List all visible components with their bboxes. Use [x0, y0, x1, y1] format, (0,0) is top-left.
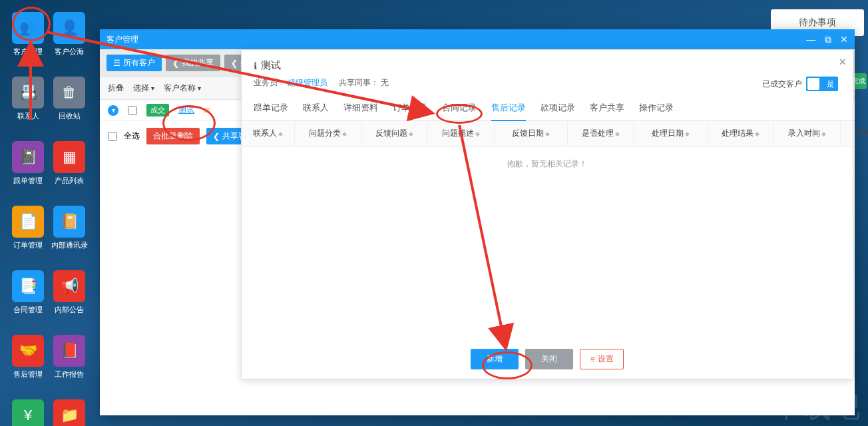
- desktop-icon-directory[interactable]: 📔内部通讯录: [53, 206, 85, 250]
- desktop-icon-contracts[interactable]: 📑合同管理: [12, 270, 44, 315]
- desktop-icon-announce[interactable]: 📢内部公告: [53, 270, 85, 315]
- watermark: 下载吧: [773, 389, 861, 426]
- window-titlebar: 客户管理 — ⧉ ✕: [100, 29, 855, 49]
- minimize-button[interactable]: —: [806, 34, 815, 45]
- all-customers-button[interactable]: ☰ 所有客户: [107, 55, 162, 71]
- desktop-icon-label: 订单管理: [13, 240, 43, 250]
- window-title: 客户管理: [107, 34, 138, 45]
- empty-message: 抱歉，暂无相关记录！: [242, 146, 853, 182]
- detail-close-button[interactable]: ×: [839, 55, 846, 69]
- settings-button[interactable]: ≡ 设置: [580, 349, 623, 369]
- desktop-icon-label: 客户公海: [55, 47, 84, 57]
- collapse-header[interactable]: 折叠: [108, 83, 124, 94]
- col-header[interactable]: 处理日期: [634, 121, 708, 146]
- status-badge: 成交: [146, 104, 169, 116]
- col-header[interactable]: 问题描述: [428, 121, 495, 146]
- desktop-icon-recycle-bin[interactable]: 🗑回收站: [53, 77, 85, 121]
- customer-pool-icon: 👤: [53, 12, 85, 44]
- desktop-icon-customer-manage[interactable]: 👥客户管理: [12, 12, 44, 57]
- followup-icon: 📓: [12, 141, 44, 173]
- tab-8[interactable]: 操作记录: [639, 102, 674, 120]
- detail-table-header: 联系人问题分类反馈问题问题描述反馈日期是否处理处理日期处理结果录入时间业务员管理: [242, 121, 853, 146]
- contracts-icon: 📑: [12, 270, 44, 302]
- todo-title: 待办事项: [799, 17, 836, 29]
- col-header[interactable]: 处理结果: [708, 121, 774, 146]
- desktop-icon-label: 回收站: [59, 111, 81, 121]
- list-icon: ☰: [113, 59, 120, 68]
- deal-toggle-label: 已成交客户: [762, 79, 802, 90]
- orders-icon: 📄: [12, 206, 44, 238]
- col-header[interactable]: 问题分类: [295, 121, 361, 146]
- tab-4[interactable]: 合同记录: [442, 102, 477, 120]
- share-icon: ❮: [231, 59, 238, 68]
- settings-icon: ≡: [590, 355, 594, 364]
- desktop-icon-label: 内部公告: [55, 305, 84, 315]
- products-icon: ▦: [53, 141, 85, 173]
- tab-3[interactable]: 订单记录: [393, 102, 427, 120]
- desktop-icon-orders[interactable]: 📄订单管理: [12, 206, 44, 250]
- close-button[interactable]: ✕: [840, 34, 848, 45]
- detail-title: 测试: [261, 59, 281, 72]
- desktop-icon-label: 内部通讯录: [51, 240, 88, 250]
- customer-name-link[interactable]: 测试: [178, 105, 194, 116]
- files-icon: 📁: [53, 399, 85, 426]
- batch-delete-button[interactable]: 合批量删除: [146, 128, 200, 144]
- close-panel-button[interactable]: 关闭: [525, 349, 573, 369]
- detail-footer: 新增 关闭 ≡ 设置: [242, 339, 853, 379]
- detail-header: ℹ 测试 业务员： 超级管理员 共享同事： 无 已成交客户 是: [242, 50, 853, 93]
- desktop-icon-aftersale[interactable]: 🤝售后管理: [12, 335, 44, 379]
- deal-toggle[interactable]: 是: [806, 77, 838, 91]
- desktop-icon-followup[interactable]: 📓跟单管理: [12, 141, 44, 186]
- desktop-icon-label: 跟单管理: [13, 176, 43, 186]
- mail-icon[interactable]: ✉: [204, 106, 210, 115]
- col-header[interactable]: 是否处理: [568, 121, 634, 146]
- my-share-button[interactable]: ❮ 我的共享: [166, 55, 220, 71]
- salesman-value[interactable]: 超级管理员: [288, 78, 327, 87]
- tab-5[interactable]: 售后记录: [491, 102, 526, 120]
- contacts-icon: 📇: [12, 77, 44, 108]
- aftersale-icon: 🤝: [12, 335, 44, 367]
- desktop-icon-label: 售后管理: [13, 369, 43, 379]
- desktop-icon-grid: 👥客户管理👤客户公海📇联系人🗑回收站📓跟单管理▦产品列表📄订单管理📔内部通讯录📑…: [12, 12, 85, 426]
- name-header[interactable]: 客户名称: [164, 83, 201, 94]
- reports-icon: 📕: [53, 335, 85, 367]
- desktop-icon-label: 产品列表: [55, 176, 84, 186]
- col-header[interactable]: 业务员: [841, 121, 868, 146]
- announce-icon: 📢: [53, 270, 85, 302]
- select-all-label: 全选: [124, 130, 140, 142]
- tab-1[interactable]: 联系人: [303, 102, 329, 120]
- window-controls: — ⧉ ✕: [799, 34, 848, 45]
- desktop-icon-finance[interactable]: ¥财务管理: [12, 399, 44, 426]
- desktop-icon-label: 合同管理: [13, 305, 43, 315]
- select-header[interactable]: 选择: [133, 83, 154, 94]
- finance-icon: ¥: [12, 399, 44, 426]
- col-header[interactable]: 反馈问题: [361, 121, 428, 146]
- row-checkbox[interactable]: [128, 106, 137, 115]
- maximize-button[interactable]: ⧉: [825, 34, 831, 45]
- select-all-checkbox[interactable]: [108, 132, 117, 141]
- desktop-icon-label: 联系人: [17, 111, 39, 121]
- col-header[interactable]: 反馈日期: [495, 121, 568, 146]
- tab-0[interactable]: 跟单记录: [254, 102, 288, 120]
- add-button[interactable]: 新增: [471, 349, 519, 369]
- salesman-label: 业务员：: [254, 78, 286, 87]
- desktop-icon-reports[interactable]: 📕工作报告: [53, 335, 85, 379]
- recycle-bin-icon: 🗑: [53, 77, 85, 108]
- collapse-toggle[interactable]: ▾: [108, 105, 118, 116]
- desktop-icon-label: 工作报告: [55, 369, 84, 379]
- col-header[interactable]: 联系人: [242, 121, 295, 146]
- customer-detail-panel: × ℹ 测试 业务员： 超级管理员 共享同事： 无 已成交客户 是 跟单记录联系…: [241, 49, 853, 379]
- detail-tabs: 跟单记录联系人详细资料订单记录合同记录售后记录款项记录客户共享操作记录: [242, 93, 853, 121]
- tab-6[interactable]: 款项记录: [541, 102, 575, 120]
- desktop-icon-customer-pool[interactable]: 👤客户公海: [53, 12, 85, 57]
- tab-2[interactable]: 详细资料: [343, 102, 378, 120]
- desktop-icon-files[interactable]: 📁文件管理: [53, 399, 85, 426]
- info-icon: ℹ: [254, 61, 257, 71]
- desktop-icon-label: 客户管理: [13, 47, 43, 57]
- tab-7[interactable]: 客户共享: [590, 102, 624, 120]
- share-colleague-value: 无: [381, 78, 389, 87]
- desktop-icon-products[interactable]: ▦产品列表: [53, 141, 85, 186]
- col-header[interactable]: 录入时间: [774, 121, 841, 146]
- share-colleague-label: 共享同事：: [339, 78, 379, 87]
- desktop-icon-contacts[interactable]: 📇联系人: [12, 77, 44, 121]
